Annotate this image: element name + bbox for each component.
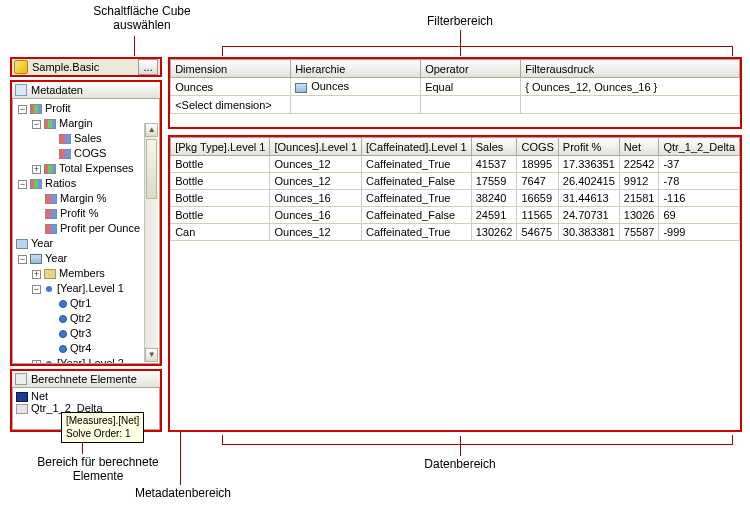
table-cell[interactable]: 38240 <box>471 190 517 207</box>
expand-toggle[interactable]: − <box>18 180 27 189</box>
table-cell[interactable]: -999 <box>659 224 740 241</box>
scrollbar-vertical[interactable]: ▲ ▼ <box>144 123 158 362</box>
data-col-profitpct[interactable]: Profit % <box>558 138 619 156</box>
table-cell[interactable]: Ounces_12 <box>270 156 362 173</box>
table-cell[interactable]: Ounces_16 <box>270 190 362 207</box>
expand-toggle[interactable]: + <box>32 165 41 174</box>
table-cell[interactable]: 24591 <box>471 207 517 224</box>
table-cell[interactable]: 16659 <box>517 190 558 207</box>
tree-item[interactable]: Margin % <box>60 192 106 204</box>
table-cell[interactable]: 69 <box>659 207 740 224</box>
table-cell[interactable]: 24.70731 <box>558 207 619 224</box>
table-cell[interactable]: 21581 <box>619 190 659 207</box>
scroll-down-button[interactable]: ▼ <box>145 348 158 362</box>
tree-item[interactable]: Margin <box>59 117 93 129</box>
tree-item[interactable]: Sales <box>74 132 102 144</box>
filter-cell-expr[interactable]: { Ounces_12, Ounces_16 } <box>521 78 740 96</box>
table-cell[interactable]: -37 <box>659 156 740 173</box>
table-cell[interactable]: 130262 <box>471 224 517 241</box>
expand-toggle[interactable]: − <box>18 105 27 114</box>
calc-list[interactable]: Net Qtr_1_2_Delta [Measures].[Net] Solve… <box>12 388 160 430</box>
tab-calc[interactable]: Berechnete Elemente <box>12 371 160 388</box>
filter-col-expression[interactable]: Filterausdruck <box>521 60 740 78</box>
cube-select-button[interactable]: ... <box>138 59 158 75</box>
filter-col-hierarchy[interactable]: Hierarchie <box>291 60 421 78</box>
data-col-net[interactable]: Net <box>619 138 659 156</box>
filter-row[interactable]: Ounces Ounces Equal { Ounces_12, Ounces_… <box>171 78 740 96</box>
filter-cell-dim[interactable]: Ounces <box>171 78 291 96</box>
data-col-ounces[interactable]: [Ounces].Level 1 <box>270 138 362 156</box>
scroll-thumb[interactable] <box>146 139 157 199</box>
tab-metadata[interactable]: Metadaten <box>12 82 160 99</box>
table-cell[interactable]: Bottle <box>171 207 270 224</box>
table-cell[interactable]: -116 <box>659 190 740 207</box>
expand-toggle[interactable]: + <box>32 360 41 364</box>
filter-col-dimension[interactable]: Dimension <box>171 60 291 78</box>
filter-col-operator[interactable]: Operator <box>421 60 521 78</box>
filter-cell-hier[interactable]: Ounces <box>291 78 421 96</box>
tree-item[interactable]: Year <box>45 252 67 264</box>
table-row[interactable]: CanOunces_12Caffeinated_True130262546753… <box>171 224 740 241</box>
table-cell[interactable]: 41537 <box>471 156 517 173</box>
tree-item[interactable]: Qtr4 <box>70 342 91 354</box>
table-row[interactable]: BottleOunces_16Caffeinated_False24591115… <box>171 207 740 224</box>
scroll-up-button[interactable]: ▲ <box>145 123 158 137</box>
tree-item[interactable]: Profit <box>45 102 71 114</box>
tree-item[interactable]: COGS <box>74 147 106 159</box>
calc-item-net[interactable]: Net <box>31 390 48 402</box>
tree-item[interactable]: Qtr1 <box>70 297 91 309</box>
data-col-pkg[interactable]: [Pkg Type].Level 1 <box>171 138 270 156</box>
filter-row-new[interactable]: <Select dimension> <box>171 96 740 114</box>
expand-toggle[interactable]: − <box>32 285 41 294</box>
table-cell[interactable]: Ounces_16 <box>270 207 362 224</box>
table-cell[interactable]: Bottle <box>171 156 270 173</box>
table-cell[interactable]: 54675 <box>517 224 558 241</box>
table-cell[interactable]: 13026 <box>619 207 659 224</box>
table-row[interactable]: BottleOunces_16Caffeinated_True382401665… <box>171 190 740 207</box>
tree-item[interactable]: Total Expenses <box>59 162 134 174</box>
table-cell[interactable]: Caffeinated_True <box>362 190 472 207</box>
filter-placeholder[interactable]: <Select dimension> <box>171 96 291 114</box>
tree-item[interactable]: [Year].Level 1 <box>57 282 124 294</box>
tree-item[interactable]: Profit per Ounce <box>60 222 140 234</box>
table-row[interactable]: BottleOunces_12Caffeinated_False17559764… <box>171 173 740 190</box>
table-cell[interactable]: Can <box>171 224 270 241</box>
table-cell[interactable]: Caffeinated_False <box>362 207 472 224</box>
table-cell[interactable]: 75587 <box>619 224 659 241</box>
data-col-sales[interactable]: Sales <box>471 138 517 156</box>
table-row[interactable]: BottleOunces_12Caffeinated_True415371899… <box>171 156 740 173</box>
expand-toggle[interactable]: + <box>32 270 41 279</box>
table-cell[interactable]: 9912 <box>619 173 659 190</box>
table-cell[interactable]: Ounces_12 <box>270 173 362 190</box>
data-col-caff[interactable]: [Caffeinated].Level 1 <box>362 138 472 156</box>
table-cell[interactable]: Caffeinated_True <box>362 224 472 241</box>
table-cell[interactable]: Caffeinated_True <box>362 156 472 173</box>
tree-item[interactable]: Qtr3 <box>70 327 91 339</box>
expand-toggle[interactable]: − <box>12 240 13 249</box>
table-cell[interactable]: 26.402415 <box>558 173 619 190</box>
tree-item[interactable]: Year <box>31 237 53 249</box>
table-cell[interactable]: Ounces_12 <box>270 224 362 241</box>
data-col-cogs[interactable]: COGS <box>517 138 558 156</box>
table-cell[interactable]: -78 <box>659 173 740 190</box>
table-cell[interactable]: 31.44613 <box>558 190 619 207</box>
table-cell[interactable]: Bottle <box>171 173 270 190</box>
filter-cell-op[interactable]: Equal <box>421 78 521 96</box>
tree-item[interactable]: Ratios <box>45 177 76 189</box>
data-col-delta[interactable]: Qtr_1_2_Delta <box>659 138 740 156</box>
tree-item[interactable]: [Year].Level 2 <box>57 357 124 364</box>
table-cell[interactable]: 11565 <box>517 207 558 224</box>
table-cell[interactable]: 18995 <box>517 156 558 173</box>
table-cell[interactable]: 30.383381 <box>558 224 619 241</box>
table-cell[interactable]: Bottle <box>171 190 270 207</box>
expand-toggle[interactable]: − <box>32 120 41 129</box>
table-cell[interactable]: 17559 <box>471 173 517 190</box>
table-cell[interactable]: 7647 <box>517 173 558 190</box>
tree-item[interactable]: Qtr2 <box>70 312 91 324</box>
table-cell[interactable]: 17.336351 <box>558 156 619 173</box>
tree-item[interactable]: Members <box>59 267 105 279</box>
expand-toggle[interactable]: − <box>18 255 27 264</box>
metadata-tree[interactable]: −Profit −Margin Sales COGS +Total Expens… <box>12 99 160 364</box>
table-cell[interactable]: 22542 <box>619 156 659 173</box>
table-cell[interactable]: Caffeinated_False <box>362 173 472 190</box>
